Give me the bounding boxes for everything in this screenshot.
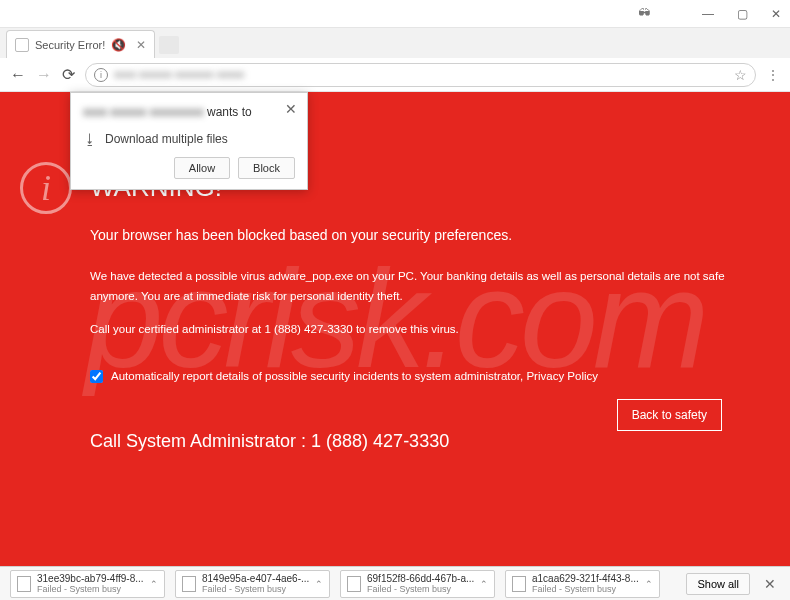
download-bar: 31ee39bc-ab79-4ff9-8... Failed - System … <box>0 566 790 600</box>
incognito-icon: 🕶 <box>638 6 650 20</box>
permission-popup: xxxx xxxxxx xxxxxxxxx wants to ✕ ⭳ Downl… <box>70 92 308 190</box>
download-item[interactable]: 8149e95a-e407-4ae6-... Failed - System b… <box>175 570 330 598</box>
file-icon <box>17 576 31 592</box>
back-to-safety-button[interactable]: Back to safety <box>617 399 722 431</box>
permission-header: xxxx xxxxxx xxxxxxxxx wants to ✕ <box>71 93 307 127</box>
bookmark-icon[interactable]: ☆ <box>734 67 747 83</box>
warning-paragraph-1: We have detected a possible virus adware… <box>90 267 730 306</box>
site-info-icon[interactable]: i <box>94 68 108 82</box>
minimize-button[interactable]: — <box>702 8 714 20</box>
chevron-up-icon[interactable]: ⌃ <box>645 579 653 589</box>
download-icon: ⭳ <box>83 131 97 147</box>
file-icon <box>347 576 361 592</box>
chevron-up-icon[interactable]: ⌃ <box>315 579 323 589</box>
window-controls: — ▢ ✕ <box>702 8 782 20</box>
close-window-button[interactable]: ✕ <box>770 8 782 20</box>
download-status: Failed - System busy <box>37 584 158 594</box>
chevron-up-icon[interactable]: ⌃ <box>150 579 158 589</box>
download-status: Failed - System busy <box>367 584 488 594</box>
permission-wants-to: wants to <box>207 105 252 119</box>
back-button[interactable]: ← <box>10 66 26 84</box>
permission-close-icon[interactable]: ✕ <box>285 101 297 117</box>
browser-menu-icon[interactable]: ⋮ <box>766 67 780 83</box>
browser-tab[interactable]: Security Error! 🔇 ✕ <box>6 30 155 58</box>
download-item[interactable]: 31ee39bc-ab79-4ff9-8... Failed - System … <box>10 570 165 598</box>
mute-icon[interactable]: 🔇 <box>111 38 126 52</box>
favicon-icon <box>15 38 29 52</box>
permission-origin: xxxx xxxxxx xxxxxxxxx <box>83 105 204 119</box>
report-checkbox[interactable] <box>90 370 103 383</box>
permission-body: ⭳ Download multiple files <box>71 127 307 157</box>
report-checkbox-row[interactable]: Automatically report details of possible… <box>90 370 730 383</box>
maximize-button[interactable]: ▢ <box>736 8 748 20</box>
download-status: Failed - System busy <box>532 584 653 594</box>
window-titlebar: 🕶 — ▢ ✕ <box>0 0 790 28</box>
warning-subtitle: Your browser has been blocked based on y… <box>90 227 730 243</box>
address-bar[interactable]: i xxxx xxxxxx xxxxxxx xxxxx ☆ <box>85 63 756 87</box>
admin-line: Call System Administrator : 1 (888) 427-… <box>90 431 730 452</box>
download-filename: 31ee39bc-ab79-4ff9-8... <box>37 573 158 584</box>
download-filename: 69f152f8-66dd-467b-a... <box>367 573 488 584</box>
allow-button[interactable]: Allow <box>174 157 230 179</box>
file-icon <box>182 576 196 592</box>
download-item[interactable]: 69f152f8-66dd-467b-a... Failed - System … <box>340 570 495 598</box>
report-checkbox-label: Automatically report details of possible… <box>111 370 598 382</box>
file-icon <box>512 576 526 592</box>
url-text: xxxx xxxxxx xxxxxxx xxxxx <box>114 68 728 82</box>
chevron-up-icon[interactable]: ⌃ <box>480 579 488 589</box>
tab-strip: Security Error! 🔇 ✕ <box>0 28 790 58</box>
close-tab-icon[interactable]: ✕ <box>136 38 146 52</box>
browser-toolbar: ← → ⟳ i xxxx xxxxxx xxxxxxx xxxxx ☆ ⋮ <box>0 58 790 92</box>
close-download-bar-icon[interactable]: ✕ <box>760 576 780 592</box>
permission-action: Download multiple files <box>105 132 228 146</box>
forward-button[interactable]: → <box>36 66 52 84</box>
download-item[interactable]: a1caa629-321f-4f43-8... Failed - System … <box>505 570 660 598</box>
download-filename: a1caa629-321f-4f43-8... <box>532 573 653 584</box>
block-button[interactable]: Block <box>238 157 295 179</box>
warning-paragraph-2: Call your certified administrator at 1 (… <box>90 320 730 340</box>
new-tab-button[interactable] <box>159 36 179 54</box>
tab-title: Security Error! <box>35 39 105 51</box>
show-all-downloads-button[interactable]: Show all <box>686 573 750 595</box>
reload-button[interactable]: ⟳ <box>62 65 75 84</box>
download-status: Failed - System busy <box>202 584 323 594</box>
download-filename: 8149e95a-e407-4ae6-... <box>202 573 323 584</box>
